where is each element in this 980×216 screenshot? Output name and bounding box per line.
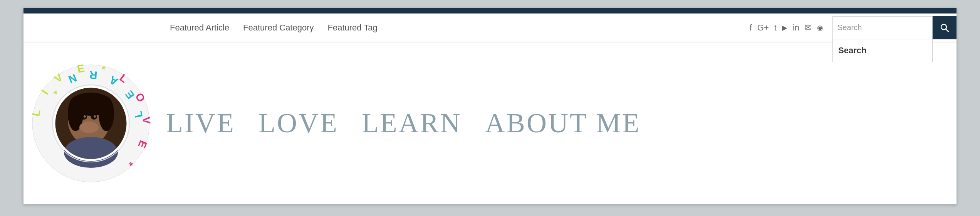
search-container: Search bbox=[832, 16, 957, 39]
svg-line-1 bbox=[946, 29, 948, 32]
search-input[interactable] bbox=[832, 16, 933, 39]
search-dropdown: Search bbox=[832, 39, 933, 62]
svg-text:R: R bbox=[89, 69, 97, 81]
main-wrapper: Featured Article Featured Category Featu… bbox=[23, 8, 957, 204]
linkedin-icon[interactable]: in bbox=[793, 23, 799, 33]
rss-icon[interactable]: ◉ bbox=[817, 24, 823, 32]
svg-point-23 bbox=[99, 96, 114, 131]
subtitle-love[interactable]: LOVE bbox=[258, 107, 339, 139]
top-bar bbox=[23, 8, 957, 14]
search-dropdown-item[interactable]: Search bbox=[838, 43, 927, 58]
subtitle-learn[interactable]: LEARN bbox=[362, 107, 462, 139]
main-content: L I V E * L bbox=[23, 42, 957, 204]
svg-point-29 bbox=[94, 115, 96, 118]
google-plus-icon[interactable]: G+ bbox=[757, 23, 769, 33]
svg-text:V: V bbox=[140, 116, 151, 124]
site-subtitle: LIVE LOVE LEARN ABOUT ME bbox=[166, 107, 641, 139]
logo-svg: L I V E * L bbox=[31, 64, 151, 183]
subtitle-about-me[interactable]: ABOUT ME bbox=[485, 107, 641, 139]
svg-point-24 bbox=[64, 137, 118, 168]
search-icon bbox=[940, 24, 949, 32]
facebook-icon[interactable]: f bbox=[750, 23, 752, 33]
subtitle-live[interactable]: LIVE bbox=[166, 107, 235, 139]
nav-area: Featured Article Featured Category Featu… bbox=[23, 14, 957, 42]
email-icon[interactable]: ✉ bbox=[805, 23, 812, 33]
svg-point-25 bbox=[79, 122, 99, 133]
nav-featured-article[interactable]: Featured Article bbox=[170, 23, 229, 33]
youtube-icon[interactable]: ▶ bbox=[782, 24, 787, 32]
twitter-icon[interactable]: t bbox=[774, 23, 777, 33]
svg-point-28 bbox=[84, 115, 86, 118]
nav-links: Featured Article Featured Category Featu… bbox=[170, 23, 378, 33]
logo-area: L I V E * L bbox=[31, 64, 151, 183]
search-button[interactable] bbox=[933, 16, 957, 39]
nav-featured-category[interactable]: Featured Category bbox=[243, 23, 314, 33]
nav-featured-tag[interactable]: Featured Tag bbox=[328, 23, 378, 33]
social-icons: f G+ t ▶ in ✉ ◉ bbox=[750, 23, 823, 33]
